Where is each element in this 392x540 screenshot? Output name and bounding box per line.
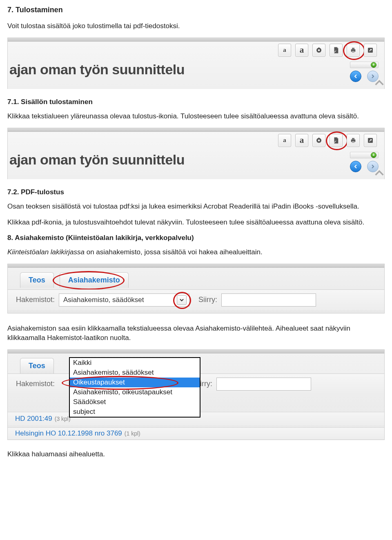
tab-teos[interactable]: Teos xyxy=(20,272,54,288)
svg-point-7 xyxy=(318,140,320,142)
hakemistot-dropdown[interactable]: Kaikki Asiahakemisto, säädökset Oikeusta… xyxy=(69,357,200,418)
sec72-p2: Klikkaa pdf-ikonia, ja tulostusvaihtoehd… xyxy=(7,218,385,227)
heading-7-1: 7.1. Sisällön tulostaminen xyxy=(7,98,385,106)
prev-arrow-icon[interactable] xyxy=(350,161,361,172)
prev-arrow-icon[interactable] xyxy=(350,71,361,82)
content-heading: ajan oman työn suunnittelu xyxy=(9,62,185,78)
heading-8: 8. Asiahakemisto (Kiinteistöalan lakikir… xyxy=(7,234,385,242)
pdf-icon[interactable] xyxy=(330,134,343,147)
sec72-p1: Osan teoksen sisällöstä voi tulostaa pdf… xyxy=(7,202,385,211)
scroll-up-icon[interactable] xyxy=(374,77,385,89)
font-decrease-button[interactable]: a xyxy=(278,134,291,147)
font-decrease-button[interactable]: a xyxy=(278,44,291,57)
sec8-p2: Asiahakemiston saa esiin klikkaamalla te… xyxy=(7,324,385,343)
dropdown-option[interactable]: subject xyxy=(70,407,200,417)
svg-rect-10 xyxy=(352,141,354,143)
svg-rect-4 xyxy=(352,51,354,53)
screenshot-asiahakemisto-tabs: Teos Asiahakemisto Hakemistot: Asiahakem… xyxy=(7,264,385,313)
chevron-down-icon[interactable] xyxy=(177,295,187,305)
sec8-p3: Klikkaa haluamaasi aihealuetta. xyxy=(7,450,385,459)
tab-teos[interactable]: Teos xyxy=(20,358,54,373)
hakemistot-label: Hakemistot: xyxy=(16,296,55,304)
scroll-up-icon[interactable] xyxy=(374,167,385,179)
hakemistot-select[interactable]: Asiahakemisto, säädökset xyxy=(59,293,189,307)
screenshot-dropdown-open: Teos Hakemistot: Siirry: Kaikki Asiahake… xyxy=(7,349,385,440)
pdf-icon[interactable] xyxy=(330,44,343,57)
expand-icon[interactable] xyxy=(364,134,377,147)
add-icon[interactable]: + xyxy=(371,62,376,68)
siirry-label: Siirry: xyxy=(198,296,217,304)
sec8-p1: Kiinteistöalan lakikirjassa on asiahakem… xyxy=(7,248,385,257)
add-icon[interactable]: + xyxy=(371,152,376,158)
heading-7: 7. Tulostaminen xyxy=(7,6,385,14)
hakemistot-label: Hakemistot: xyxy=(16,380,55,388)
content-heading: ajan oman työn suunnittelu xyxy=(9,152,185,168)
siirry-input[interactable] xyxy=(216,378,311,391)
sec71-p: Klikkaa tekstialueen yläreunassa olevaa … xyxy=(7,112,385,121)
siirry-input[interactable] xyxy=(221,293,316,307)
dropdown-option[interactable]: Kaikki xyxy=(70,358,200,368)
print-icon[interactable] xyxy=(347,44,360,57)
font-increase-button[interactable]: a xyxy=(295,44,308,57)
refresh-icon[interactable] xyxy=(312,44,325,57)
tab-asiahakemisto[interactable]: Asiahakemisto xyxy=(60,272,129,288)
sec8-p1-em: Kiinteistöalan lakikirjassa xyxy=(7,248,85,256)
dropdown-option[interactable]: Asiahakemisto, säädökset xyxy=(70,368,200,378)
refresh-icon[interactable] xyxy=(312,134,325,147)
screenshot-pdf-toolbar: a a ajan oman työn suunnittelu + xyxy=(7,128,385,179)
sec8-p1-rest: on asiahakemisto, jossa sisältöä voi hak… xyxy=(85,248,263,256)
svg-rect-9 xyxy=(352,138,354,140)
svg-rect-3 xyxy=(352,48,354,49)
dropdown-option[interactable]: Säädökset xyxy=(70,397,200,407)
font-increase-button[interactable]: a xyxy=(295,134,308,147)
hakemistot-value: Asiahakemisto, säädökset xyxy=(63,296,144,304)
dropdown-option[interactable]: Asiahakemisto, oikeustapaukset xyxy=(70,387,200,397)
heading-7-2: 7.2. PDF-tulostus xyxy=(7,188,385,196)
expand-icon[interactable] xyxy=(364,44,377,57)
svg-point-1 xyxy=(318,49,320,51)
result-row[interactable]: Helsingin HO 10.12.1998 nro 3769(1 kpl) xyxy=(8,427,384,439)
dropdown-option-selected[interactable]: Oikeustapaukset xyxy=(70,378,200,387)
screenshot-print-toolbar: a a ajan oman työn suunnittelu + xyxy=(7,38,385,89)
print-icon[interactable] xyxy=(347,134,360,147)
sec7-intro: Voit tulostaa sisältöä joko tulostimella… xyxy=(7,22,385,31)
